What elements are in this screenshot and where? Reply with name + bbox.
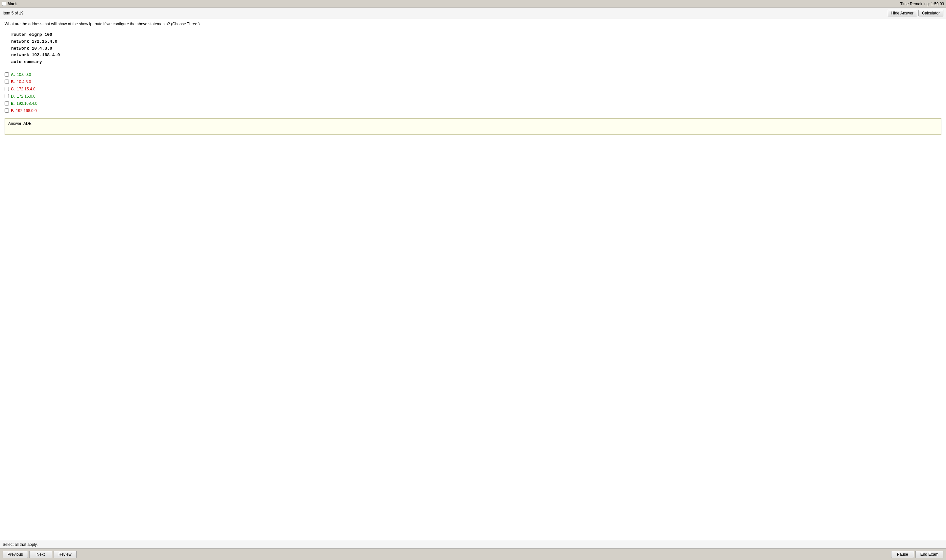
options-list: A. 10.0.0.0 B. 10.4.3.0 C. 172.15.4.0 D.…	[5, 72, 941, 113]
question-text: What are the address that will show at t…	[5, 22, 941, 26]
instruction-bar: Select all that apply.	[0, 541, 946, 548]
code-line-5: auto summary	[11, 59, 941, 66]
option-b-value: 10.4.3.0	[17, 80, 31, 84]
code-line-2: network 172.15.4.0	[11, 38, 941, 45]
code-line-4: network 192.168.4.0	[11, 52, 941, 59]
pause-button[interactable]: Pause	[891, 551, 914, 558]
option-a-checkbox[interactable]	[5, 72, 9, 77]
option-e-checkbox[interactable]	[5, 101, 9, 106]
nav-bar: Previous Next Review Pause End Exam	[0, 548, 946, 560]
option-c-checkbox[interactable]	[5, 87, 9, 91]
list-item: E. 192.168.4.0	[5, 101, 941, 106]
option-a-label: A.	[11, 72, 15, 77]
item-buttons: Hide Answer Calculator	[888, 10, 943, 17]
nav-right: Pause End Exam	[891, 551, 943, 558]
list-item: B. 10.4.3.0	[5, 80, 941, 84]
code-line-1: router eigrp 100	[11, 32, 941, 38]
option-b-checkbox[interactable]	[5, 80, 9, 84]
previous-button[interactable]: Previous	[3, 551, 28, 558]
option-e-value: 192.168.4.0	[17, 101, 37, 106]
item-info: Item 5 of 19	[3, 11, 23, 15]
hide-answer-button[interactable]: Hide Answer	[888, 10, 917, 17]
option-d-value: 172.15.0.0	[17, 94, 35, 98]
option-f-checkbox[interactable]	[5, 108, 9, 113]
option-f-label: F.	[11, 108, 14, 113]
item-bar: Item 5 of 19 Hide Answer Calculator	[0, 8, 946, 18]
list-item: D. 172.15.0.0	[5, 94, 941, 98]
list-item: C. 172.15.4.0	[5, 87, 941, 91]
option-e-label: E.	[11, 101, 14, 106]
title-bar-title: Mark	[8, 2, 17, 6]
option-d-checkbox[interactable]	[5, 94, 9, 98]
next-button[interactable]: Next	[29, 551, 52, 558]
calculator-button[interactable]: Calculator	[918, 10, 943, 17]
option-c-label: C.	[11, 87, 15, 91]
option-d-label: D.	[11, 94, 15, 98]
code-line-3: network 10.4.3.0	[11, 45, 941, 52]
option-c-value: 172.15.4.0	[17, 87, 35, 91]
option-f-value: 192.168.0.0	[16, 108, 37, 113]
mark-checkbox[interactable]	[2, 2, 6, 6]
title-bar-left: Mark	[2, 2, 17, 6]
main-content: What are the address that will show at t…	[0, 18, 946, 541]
end-exam-button[interactable]: End Exam	[915, 551, 943, 558]
title-bar: Mark Time Remaining: 1:59:03	[0, 0, 946, 8]
answer-box: Answer: ADE	[5, 118, 941, 135]
option-b-label: B.	[11, 80, 15, 84]
code-block: router eigrp 100 network 172.15.4.0 netw…	[11, 32, 941, 66]
list-item: A. 10.0.0.0	[5, 72, 941, 77]
option-a-value: 10.0.0.0	[17, 72, 31, 77]
instruction-text: Select all that apply.	[3, 542, 38, 547]
answer-text: Answer: ADE	[8, 121, 32, 126]
review-button[interactable]: Review	[54, 551, 77, 558]
nav-left: Previous Next Review	[3, 551, 77, 558]
list-item: F. 192.168.0.0	[5, 108, 941, 113]
time-remaining: Time Remaining: 1:59:03	[900, 2, 944, 6]
